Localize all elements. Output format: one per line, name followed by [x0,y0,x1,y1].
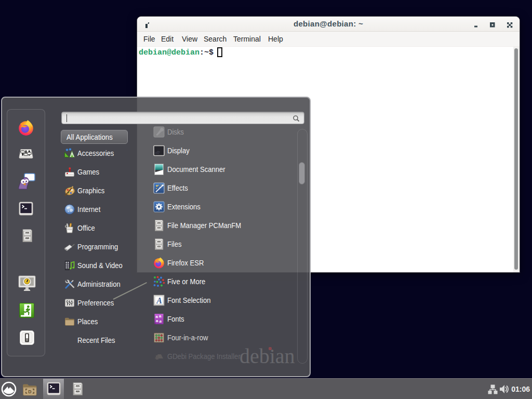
svg-text:a: a [159,314,162,318]
svg-text:a: a [159,319,162,324]
svg-text:a: a [156,318,158,323]
svg-text:A: A [156,296,162,305]
svg-text:D: D [28,389,31,394]
